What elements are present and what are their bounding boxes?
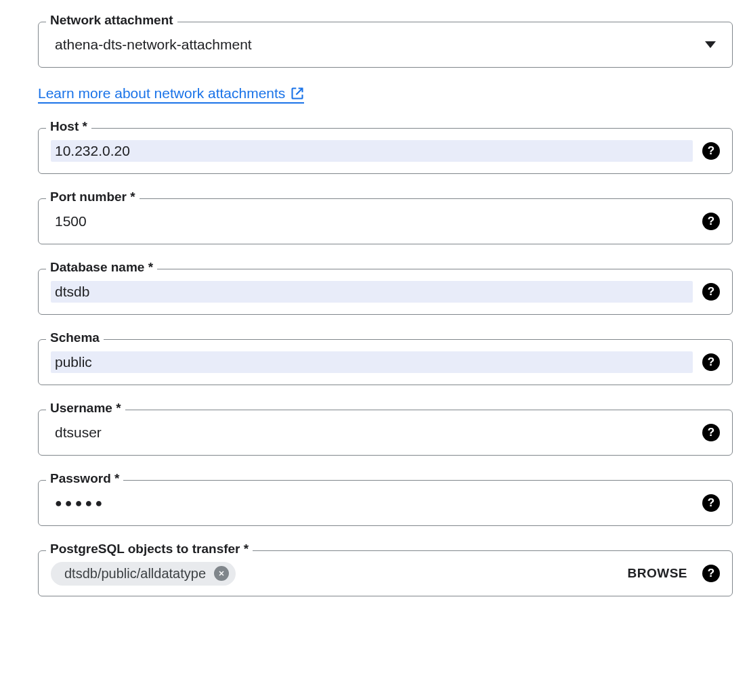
chevron-down-icon [705,41,716,48]
schema-input[interactable] [51,351,693,373]
port-input[interactable] [51,211,693,232]
object-chip[interactable]: dtsdb/public/alldatatype [51,562,236,586]
browse-button[interactable]: BROWSE [622,563,693,584]
help-icon[interactable]: ? [702,213,720,230]
help-icon[interactable]: ? [702,283,720,301]
objects-label: PostgreSQL objects to transfer * [46,542,253,556]
host-label: Host * [46,119,91,134]
schema-label: Schema [46,330,104,345]
help-icon[interactable]: ? [702,142,720,160]
learn-more-link[interactable]: Learn more about network attachments [38,85,304,104]
close-icon[interactable] [214,566,229,581]
object-chip-label: dtsdb/public/alldatatype [64,566,206,582]
network-attachment-label: Network attachment [46,13,177,28]
help-icon[interactable]: ? [702,424,720,441]
database-name-label: Database name * [46,260,157,275]
network-attachment-value: athena-dts-network-attachment [51,34,697,56]
learn-more-text: Learn more about network attachments [38,85,285,102]
username-input[interactable] [51,422,693,443]
network-attachment-select[interactable]: athena-dts-network-attachment [38,22,733,68]
database-name-input[interactable] [51,281,693,303]
help-icon[interactable]: ? [702,494,720,512]
help-icon[interactable]: ? [702,565,720,582]
password-input[interactable]: ●●●●● [51,494,693,513]
help-icon[interactable]: ? [702,353,720,371]
port-label: Port number * [46,190,140,204]
password-label: Password * [46,471,123,486]
host-input[interactable] [51,140,693,162]
external-link-icon [291,87,304,100]
username-label: Username * [46,401,125,416]
